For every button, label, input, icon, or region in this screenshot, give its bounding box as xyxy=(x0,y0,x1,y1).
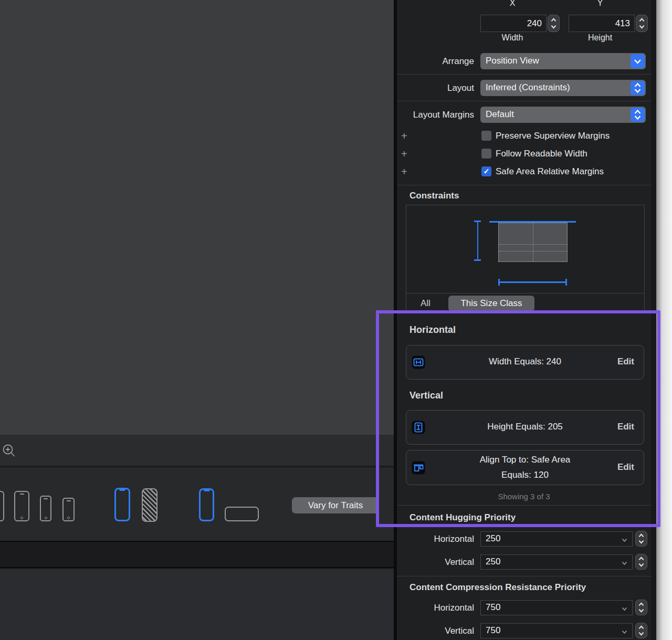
purple-highlight-box xyxy=(376,310,660,527)
hugging-vertical-value: 250 xyxy=(486,557,500,566)
device-iphone-partial-icon[interactable] xyxy=(0,491,4,521)
width-label: Width xyxy=(497,33,528,43)
orientation-portrait-icon[interactable] xyxy=(199,488,214,521)
height-stepper[interactable] xyxy=(636,15,648,32)
height-constraint-line xyxy=(477,221,479,260)
compression-horizontal-value: 750 xyxy=(486,602,500,612)
width-stepper[interactable] xyxy=(548,15,560,32)
zoom-icon[interactable] xyxy=(1,443,17,459)
vary-for-traits-button[interactable]: Vary for Traits xyxy=(292,497,379,513)
layout-popup[interactable]: Inferred (Constraints) xyxy=(480,80,646,96)
tab-all[interactable]: All xyxy=(421,298,430,309)
height-label: Height xyxy=(584,33,616,43)
orientation-landscape-icon[interactable] xyxy=(225,507,259,521)
compression-horizontal-combo[interactable]: 750 xyxy=(480,600,633,615)
arrange-popup[interactable]: Position View xyxy=(480,53,646,69)
chevron-up-down-icon xyxy=(631,81,645,95)
follow-readable-width-checkbox[interactable] xyxy=(481,149,491,159)
layout-label: Layout xyxy=(397,83,474,93)
layout-margins-popup[interactable]: Default xyxy=(480,107,646,123)
canvas-bottom-toolbar xyxy=(0,435,394,467)
compression-vertical-combo[interactable]: 750 xyxy=(480,623,633,638)
chevron-up-down-icon xyxy=(631,108,645,122)
divider xyxy=(397,576,651,576)
hugging-horizontal-value: 250 xyxy=(486,533,500,543)
divider xyxy=(397,74,651,75)
width-field[interactable]: 240 xyxy=(480,15,547,32)
compression-vertical-label: Vertical xyxy=(397,626,474,636)
add-variation-button[interactable]: + xyxy=(401,166,412,178)
view-preview-rect xyxy=(498,223,568,262)
storyboard-canvas[interactable] xyxy=(0,0,394,435)
preserve-superview-margins-checkbox[interactable] xyxy=(481,131,491,141)
layout-margins-label: Layout Margins xyxy=(397,110,474,120)
chevron-down-icon xyxy=(621,627,628,634)
constraints-title: Constraints xyxy=(410,191,459,201)
tab-this-size-class[interactable]: This Size Class xyxy=(448,296,534,311)
device-iphone-8-icon[interactable] xyxy=(40,496,51,521)
divider xyxy=(397,185,651,185)
layout-value: Inferred (Constraints) xyxy=(486,82,570,92)
hugging-horizontal-label: Horizontal xyxy=(397,534,474,544)
chevron-down-icon xyxy=(621,604,628,611)
compression-horizontal-stepper[interactable] xyxy=(635,600,647,615)
editor-divider-strip xyxy=(0,541,394,568)
hugging-vertical-stepper[interactable] xyxy=(635,554,647,570)
constraints-preview-box: All This Size Class xyxy=(406,205,645,313)
width-constraint-line xyxy=(498,281,566,283)
chevron-down-icon xyxy=(631,54,645,68)
hugging-horizontal-stepper[interactable] xyxy=(635,531,647,547)
safe-area-relative-margins-label: Safe Area Relative Margins xyxy=(496,166,604,177)
add-variation-button[interactable]: + xyxy=(401,148,412,160)
appearance-dark-icon[interactable] xyxy=(142,488,158,522)
divider xyxy=(397,101,651,101)
y-axis-label: Y xyxy=(584,0,616,8)
add-variation-button[interactable]: + xyxy=(401,130,412,142)
arrange-value: Position View xyxy=(486,56,539,66)
compression-vertical-stepper[interactable] xyxy=(635,623,647,638)
chevron-down-icon xyxy=(621,559,628,565)
hugging-vertical-combo[interactable]: 250 xyxy=(480,554,633,570)
appearance-light-icon[interactable] xyxy=(114,488,130,521)
arrange-label: Arrange xyxy=(397,56,474,67)
layout-margins-value: Default xyxy=(486,109,514,119)
preserve-superview-margins-label: Preserve Superview Margins xyxy=(496,131,610,141)
compression-vertical-value: 750 xyxy=(486,625,500,635)
device-iphone-se-icon[interactable] xyxy=(62,498,75,521)
follow-readable-width-label: Follow Readable Width xyxy=(496,149,587,159)
compression-title: Content Compression Resistance Priority xyxy=(410,582,586,593)
height-constraint-cap xyxy=(474,259,481,261)
safe-area-relative-margins-checkbox[interactable]: ✓ xyxy=(481,166,491,176)
height-field[interactable]: 413 xyxy=(569,15,635,32)
device-iphone-8plus-icon[interactable] xyxy=(14,491,29,521)
hugging-horizontal-combo[interactable]: 250 xyxy=(480,531,633,547)
xcode-window: Appearance Orientation Vary for Traits X… xyxy=(0,0,672,640)
x-axis-label: X xyxy=(497,0,528,8)
chevron-down-icon xyxy=(621,536,628,542)
width-constraint-cap xyxy=(565,279,567,286)
hugging-vertical-label: Vertical xyxy=(397,557,474,568)
compression-horizontal-label: Horizontal xyxy=(397,603,474,613)
editor-bottom-pane xyxy=(0,569,394,640)
